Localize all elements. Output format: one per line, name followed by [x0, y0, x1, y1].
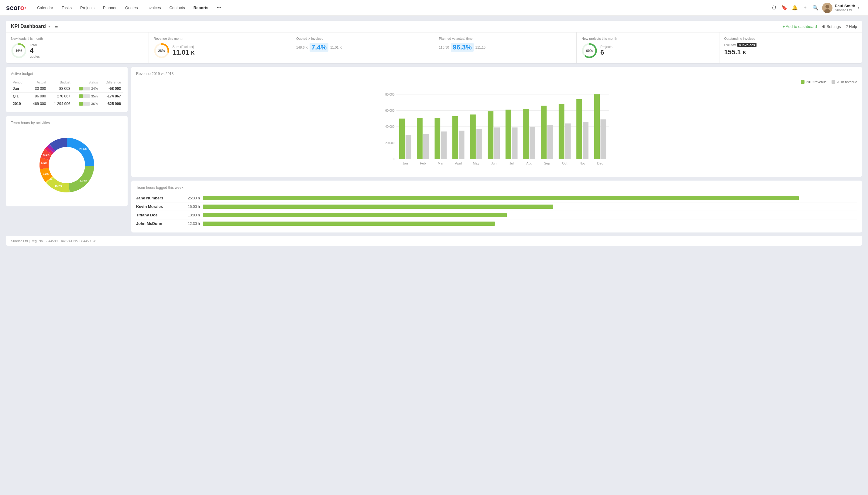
team-bar-wrap-1 — [203, 205, 857, 209]
budget-table: Period Actual Budget Status Difference J… — [11, 80, 123, 107]
col-difference: Difference — [100, 80, 123, 85]
month-label-9: Oct — [562, 161, 567, 165]
budget-diff: -174 867 — [100, 92, 123, 100]
bar-2018-11 — [601, 119, 606, 159]
kpi-outstanding-badge: 8 invoices — [737, 43, 756, 47]
bar-2018-6 — [512, 127, 518, 159]
kpi-planned-left: 115:30 — [439, 46, 449, 49]
kpi-planned: Planned vs actual time 115:30 96.3% 111:… — [434, 33, 577, 63]
donut-label-2: 15.2% — [55, 185, 63, 188]
logo[interactable]: scoro● — [6, 4, 26, 12]
nav-invoices[interactable]: Invoices — [143, 4, 165, 12]
notification-icon[interactable]: 🔔 — [792, 5, 798, 11]
kpi-quoted-left: 148.6 K — [296, 46, 308, 49]
month-label-11: Dec — [597, 161, 603, 165]
bar-2018-10 — [583, 122, 589, 159]
chart-legend: 2019 revenue 2018 revenue — [801, 80, 857, 84]
bar-2018-2 — [441, 132, 447, 159]
month-label-1: Feb — [420, 161, 426, 165]
add-icon[interactable]: ＋ — [802, 5, 808, 11]
kpi-revenue: Revenue this month 28% Sum (Excl tax) 11… — [149, 33, 292, 63]
bar-2019-2 — [435, 118, 441, 159]
team-name-2: Tiffany Doe — [136, 213, 179, 217]
nav-contacts[interactable]: Contacts — [166, 4, 189, 12]
budget-status: 34% — [72, 85, 100, 92]
bar-2019-3 — [453, 116, 458, 159]
filter-icon[interactable]: ⚌ — [54, 24, 58, 29]
bookmark-icon[interactable]: 🔖 — [782, 5, 787, 11]
budget-period: Q 1 — [11, 92, 27, 100]
settings-button[interactable]: ⚙ Settings — [822, 24, 841, 29]
donut-label-5: 6.9% — [41, 162, 47, 165]
nav-planner[interactable]: Planner — [99, 4, 120, 12]
kpi-cards-row: New leads this month 16% Total 4 quotes — [6, 33, 862, 63]
team-name-1: Kevin Morales — [136, 204, 179, 209]
month-label-6: Jul — [509, 161, 514, 165]
team-bar-wrap-0 — [203, 196, 857, 200]
team-hours-card: Team hours logged this week Jane Numbers… — [131, 181, 862, 233]
team-row-2: Tiffany Doe 13:00 h — [136, 211, 857, 219]
kpi-new-leads-pct: 16% — [16, 49, 22, 52]
budget-actual: 30 000 — [27, 85, 48, 92]
top-navigation: scoro● Calendar Tasks Projects Planner Q… — [0, 0, 868, 16]
nav-calendar[interactable]: Calendar — [33, 4, 57, 12]
svg-text:0: 0 — [393, 157, 395, 161]
kpi-new-projects: New projects this month 60% Projects 6 — [577, 33, 719, 63]
kpi-new-leads-total-label: Total — [30, 43, 40, 47]
bar-2018-4 — [476, 129, 482, 159]
budget-card: Active budget Period Actual Budget Statu… — [6, 67, 128, 112]
svg-text:60,000: 60,000 — [385, 109, 395, 112]
bar-2019-6 — [506, 109, 511, 159]
nav-quotes[interactable]: Quotes — [121, 4, 142, 12]
budget-row-0: Jan 30 000 88 003 34% -58 003 — [11, 85, 123, 92]
clock-icon[interactable]: ⏱ — [771, 5, 777, 11]
donut-label-6: 5.5% — [43, 153, 50, 156]
team-bar-wrap-3 — [203, 222, 857, 226]
budget-diff: -58 003 — [100, 85, 123, 92]
kpi-revenue-pct: 28% — [158, 49, 165, 52]
bar-2019-8 — [541, 106, 547, 159]
left-column: Active budget Period Actual Budget Statu… — [6, 67, 128, 233]
col-period: Period — [11, 80, 27, 85]
kpi-revenue-value: 11.01 K — [173, 49, 195, 56]
bar-2018-3 — [459, 131, 464, 159]
team-hours-title: Team hours logged this week — [136, 185, 857, 190]
legend-2019-color — [801, 80, 804, 84]
team-row-3: John McDunn 12:30 h — [136, 219, 857, 228]
footer-text: Sunrise Ltd | Reg. No. 6844599 | Tax/VAT… — [11, 239, 96, 243]
donut-label-4: 8.3% — [43, 172, 49, 175]
dashboard-caret-icon[interactable]: ▾ — [48, 24, 50, 29]
kpi-planned-trio: 115:30 96.3% 111:15 — [439, 43, 486, 52]
bar-2018-8 — [547, 125, 553, 159]
kpi-planned-right: 111:15 — [475, 46, 486, 49]
legend-2018-color — [832, 80, 835, 84]
nav-projects[interactable]: Projects — [77, 4, 98, 12]
nav-reports[interactable]: Reports — [190, 4, 212, 12]
svg-text:40,000: 40,000 — [385, 125, 395, 129]
user-company: Sunrise Ltd — [835, 8, 855, 12]
donut-label-1: 22.8% — [80, 179, 87, 182]
bar-2019-11 — [594, 95, 600, 159]
month-label-2: Mar — [438, 161, 444, 165]
bar-chart-svg: 80,00060,00040,00020,0000JanFebMarAprilM… — [136, 80, 857, 171]
team-row-0: Jane Numbers 25:30 h — [136, 194, 857, 202]
add-to-dashboard-button[interactable]: + Add to dashboard — [783, 24, 817, 29]
nav-tasks[interactable]: Tasks — [58, 4, 75, 12]
budget-period: Jan — [11, 85, 27, 92]
nav-more[interactable]: ••• — [213, 4, 225, 12]
dashboard-card: KPI Dashboard ▾ ⚌ + Add to dashboard ⚙ S… — [6, 21, 862, 63]
bar-2019-5 — [488, 112, 494, 159]
team-hours-0: 25:30 h — [182, 196, 200, 200]
user-name: Paul Smith — [835, 4, 855, 8]
kpi-outstanding-excl: Excl tax — [724, 43, 736, 47]
svg-text:20,000: 20,000 — [385, 141, 395, 145]
svg-point-1 — [825, 5, 829, 8]
search-icon[interactable]: 🔍 — [813, 5, 818, 11]
help-button[interactable]: ? Help — [846, 24, 857, 29]
team-bar-0 — [203, 196, 799, 200]
kpi-new-projects-circle: 60% — [582, 43, 597, 58]
team-hours-rows: Jane Numbers 25:30 h Kevin Morales 15:00… — [136, 194, 857, 228]
month-label-8: Sep — [544, 161, 550, 165]
bar-2019-7 — [523, 109, 529, 159]
user-menu[interactable]: Paul Smith Sunrise Ltd ▾ — [820, 1, 862, 14]
